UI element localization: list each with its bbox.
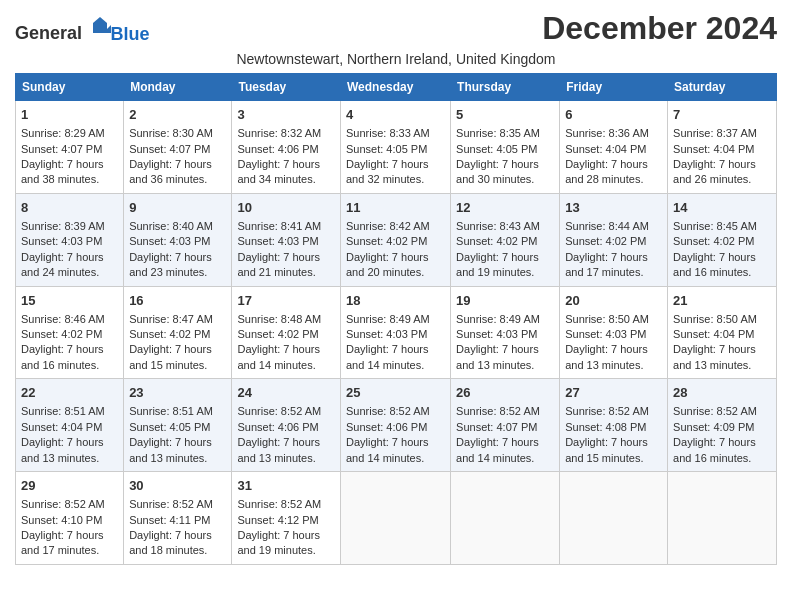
day-number: 10: [237, 199, 335, 217]
sunset-text: Sunset: 4:02 PM: [456, 235, 537, 247]
calendar-cell: 5Sunrise: 8:35 AMSunset: 4:05 PMDaylight…: [451, 101, 560, 194]
daylight-text: Daylight: 7 hours and 30 minutes.: [456, 158, 539, 185]
calendar-cell: [668, 472, 777, 565]
day-number: 14: [673, 199, 771, 217]
daylight-text: Daylight: 7 hours and 14 minutes.: [346, 343, 429, 370]
daylight-text: Daylight: 7 hours and 20 minutes.: [346, 251, 429, 278]
calendar-cell: 31Sunrise: 8:52 AMSunset: 4:12 PMDayligh…: [232, 472, 341, 565]
sunset-text: Sunset: 4:07 PM: [456, 421, 537, 433]
calendar-cell: 12Sunrise: 8:43 AMSunset: 4:02 PMDayligh…: [451, 193, 560, 286]
daylight-text: Daylight: 7 hours and 36 minutes.: [129, 158, 212, 185]
daylight-text: Daylight: 7 hours and 16 minutes.: [673, 251, 756, 278]
sunrise-text: Sunrise: 8:51 AM: [21, 405, 105, 417]
sunrise-text: Sunrise: 8:29 AM: [21, 127, 105, 139]
daylight-text: Daylight: 7 hours and 16 minutes.: [21, 343, 104, 370]
calendar-cell: 10Sunrise: 8:41 AMSunset: 4:03 PMDayligh…: [232, 193, 341, 286]
sunrise-text: Sunrise: 8:52 AM: [21, 498, 105, 510]
sunrise-text: Sunrise: 8:40 AM: [129, 220, 213, 232]
day-number: 3: [237, 106, 335, 124]
sunset-text: Sunset: 4:02 PM: [237, 328, 318, 340]
sunset-text: Sunset: 4:02 PM: [346, 235, 427, 247]
calendar-cell: [340, 472, 450, 565]
day-header-wednesday: Wednesday: [340, 74, 450, 101]
sunset-text: Sunset: 4:08 PM: [565, 421, 646, 433]
logo-icon: [89, 15, 111, 37]
day-number: 26: [456, 384, 554, 402]
sunrise-text: Sunrise: 8:45 AM: [673, 220, 757, 232]
sunrise-text: Sunrise: 8:52 AM: [456, 405, 540, 417]
sunrise-text: Sunrise: 8:50 AM: [565, 313, 649, 325]
daylight-text: Daylight: 7 hours and 14 minutes.: [346, 436, 429, 463]
day-header-saturday: Saturday: [668, 74, 777, 101]
day-number: 30: [129, 477, 226, 495]
sunrise-text: Sunrise: 8:52 AM: [346, 405, 430, 417]
day-header-thursday: Thursday: [451, 74, 560, 101]
day-number: 8: [21, 199, 118, 217]
logo: General Blue: [15, 15, 150, 43]
sunrise-text: Sunrise: 8:52 AM: [237, 498, 321, 510]
daylight-text: Daylight: 7 hours and 14 minutes.: [237, 343, 320, 370]
sunset-text: Sunset: 4:04 PM: [673, 328, 754, 340]
sunset-text: Sunset: 4:10 PM: [21, 514, 102, 526]
day-number: 11: [346, 199, 445, 217]
day-number: 5: [456, 106, 554, 124]
sunrise-text: Sunrise: 8:49 AM: [346, 313, 430, 325]
sunset-text: Sunset: 4:03 PM: [565, 328, 646, 340]
day-number: 28: [673, 384, 771, 402]
calendar-table: SundayMondayTuesdayWednesdayThursdayFrid…: [15, 73, 777, 565]
day-header-monday: Monday: [124, 74, 232, 101]
daylight-text: Daylight: 7 hours and 38 minutes.: [21, 158, 104, 185]
daylight-text: Daylight: 7 hours and 24 minutes.: [21, 251, 104, 278]
sunset-text: Sunset: 4:12 PM: [237, 514, 318, 526]
sunrise-text: Sunrise: 8:42 AM: [346, 220, 430, 232]
daylight-text: Daylight: 7 hours and 13 minutes.: [129, 436, 212, 463]
day-header-friday: Friday: [560, 74, 668, 101]
sunrise-text: Sunrise: 8:52 AM: [673, 405, 757, 417]
sunrise-text: Sunrise: 8:52 AM: [129, 498, 213, 510]
calendar-cell: 16Sunrise: 8:47 AMSunset: 4:02 PMDayligh…: [124, 286, 232, 379]
daylight-text: Daylight: 7 hours and 17 minutes.: [565, 251, 648, 278]
daylight-text: Daylight: 7 hours and 23 minutes.: [129, 251, 212, 278]
day-number: 1: [21, 106, 118, 124]
calendar-cell: 8Sunrise: 8:39 AMSunset: 4:03 PMDaylight…: [16, 193, 124, 286]
sunrise-text: Sunrise: 8:51 AM: [129, 405, 213, 417]
calendar-cell: 21Sunrise: 8:50 AMSunset: 4:04 PMDayligh…: [668, 286, 777, 379]
day-header-sunday: Sunday: [16, 74, 124, 101]
day-number: 21: [673, 292, 771, 310]
sunrise-text: Sunrise: 8:50 AM: [673, 313, 757, 325]
calendar-cell: 17Sunrise: 8:48 AMSunset: 4:02 PMDayligh…: [232, 286, 341, 379]
daylight-text: Daylight: 7 hours and 32 minutes.: [346, 158, 429, 185]
sunset-text: Sunset: 4:04 PM: [21, 421, 102, 433]
logo-general-text: General: [15, 23, 82, 43]
day-number: 25: [346, 384, 445, 402]
sunset-text: Sunset: 4:03 PM: [456, 328, 537, 340]
sunset-text: Sunset: 4:06 PM: [237, 421, 318, 433]
calendar-cell: 28Sunrise: 8:52 AMSunset: 4:09 PMDayligh…: [668, 379, 777, 472]
daylight-text: Daylight: 7 hours and 21 minutes.: [237, 251, 320, 278]
daylight-text: Daylight: 7 hours and 34 minutes.: [237, 158, 320, 185]
day-number: 7: [673, 106, 771, 124]
sunset-text: Sunset: 4:11 PM: [129, 514, 210, 526]
calendar-cell: 18Sunrise: 8:49 AMSunset: 4:03 PMDayligh…: [340, 286, 450, 379]
daylight-text: Daylight: 7 hours and 13 minutes.: [565, 343, 648, 370]
day-number: 31: [237, 477, 335, 495]
day-number: 4: [346, 106, 445, 124]
day-number: 16: [129, 292, 226, 310]
sunset-text: Sunset: 4:02 PM: [21, 328, 102, 340]
calendar-cell: 1Sunrise: 8:29 AMSunset: 4:07 PMDaylight…: [16, 101, 124, 194]
sunset-text: Sunset: 4:04 PM: [565, 143, 646, 155]
sunrise-text: Sunrise: 8:49 AM: [456, 313, 540, 325]
calendar-cell: 15Sunrise: 8:46 AMSunset: 4:02 PMDayligh…: [16, 286, 124, 379]
calendar-cell: 6Sunrise: 8:36 AMSunset: 4:04 PMDaylight…: [560, 101, 668, 194]
day-number: 15: [21, 292, 118, 310]
day-number: 27: [565, 384, 662, 402]
sunrise-text: Sunrise: 8:52 AM: [565, 405, 649, 417]
sunset-text: Sunset: 4:06 PM: [237, 143, 318, 155]
calendar-cell: 4Sunrise: 8:33 AMSunset: 4:05 PMDaylight…: [340, 101, 450, 194]
day-number: 22: [21, 384, 118, 402]
daylight-text: Daylight: 7 hours and 13 minutes.: [237, 436, 320, 463]
sunrise-text: Sunrise: 8:48 AM: [237, 313, 321, 325]
sunset-text: Sunset: 4:05 PM: [129, 421, 210, 433]
calendar-cell: 11Sunrise: 8:42 AMSunset: 4:02 PMDayligh…: [340, 193, 450, 286]
sunrise-text: Sunrise: 8:43 AM: [456, 220, 540, 232]
